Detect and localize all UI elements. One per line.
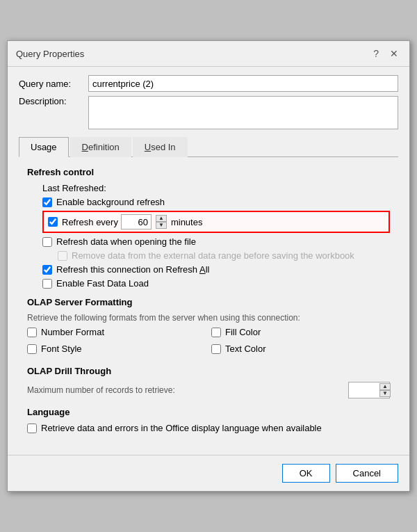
remove-data-row: Remove data from the external data range… xyxy=(58,250,390,261)
description-input[interactable] xyxy=(88,96,398,129)
font-style-checkbox[interactable] xyxy=(27,344,37,354)
enable-bg-refresh-checkbox[interactable] xyxy=(42,198,52,207)
cancel-button[interactable]: Cancel xyxy=(336,464,398,483)
ok-button[interactable]: OK xyxy=(282,464,330,483)
olap-drill-section: OLAP Drill Through Maximum number of rec… xyxy=(27,366,390,398)
help-button[interactable]: ? xyxy=(370,47,382,61)
olap-formatting-grid: Number Format Fill Color Font Style Text… xyxy=(27,327,390,357)
fill-color-label: Fill Color xyxy=(225,327,261,337)
refresh-on-open-label: Refresh data when opening the file xyxy=(56,236,196,247)
query-name-row: Query name: xyxy=(19,75,398,92)
tab-used-in[interactable]: Used In xyxy=(133,137,188,157)
dialog-content: Query name: Description: Usage Definitio… xyxy=(8,67,409,455)
number-format-row: Number Format xyxy=(27,327,206,337)
retrieve-language-label: Retrieve data and errors in the Office d… xyxy=(41,423,322,433)
olap-formatting-section: OLAP Server Formatting Retrieve the foll… xyxy=(27,297,390,357)
dialog-footer: OK Cancel xyxy=(8,455,409,491)
description-label: Description: xyxy=(19,96,88,106)
spinner-down-button[interactable]: ▼ xyxy=(156,222,167,229)
refresh-control-title: Refresh control xyxy=(27,167,390,177)
query-name-input[interactable] xyxy=(88,75,398,92)
refresh-every-checkbox[interactable] xyxy=(48,217,58,227)
spinner-up-button[interactable]: ▲ xyxy=(156,215,167,222)
font-style-label: Font Style xyxy=(41,344,82,354)
last-refreshed-row: Last Refreshed: xyxy=(42,183,390,193)
olap-drill-title: OLAP Drill Through xyxy=(27,366,390,376)
enable-bg-refresh-label: Enable background refresh xyxy=(56,197,165,207)
retrieve-language-checkbox[interactable] xyxy=(27,424,37,433)
max-records-input[interactable] xyxy=(349,382,378,398)
refresh-on-open-checkbox[interactable] xyxy=(42,237,52,247)
language-title: Language xyxy=(27,407,390,417)
retrieve-language-row: Retrieve data and errors in the Office d… xyxy=(27,423,390,433)
query-name-label: Query name: xyxy=(19,79,88,89)
title-bar-controls: ? ✕ xyxy=(370,47,401,61)
remove-data-label: Remove data from the external data range… xyxy=(72,250,354,261)
enable-fast-checkbox[interactable] xyxy=(42,279,52,289)
remove-data-checkbox[interactable] xyxy=(58,251,67,261)
tab-usage[interactable]: Usage xyxy=(19,137,69,157)
number-format-label: Number Format xyxy=(41,327,104,337)
dialog-title: Query Properties xyxy=(16,49,84,59)
refresh-every-row: Refresh every ▲ ▼ minutes xyxy=(42,211,390,233)
refresh-every-label: Refresh every xyxy=(62,217,118,227)
refresh-every-spinner: ▲ ▼ xyxy=(156,215,167,229)
text-color-checkbox[interactable] xyxy=(211,344,221,354)
last-refreshed-label: Last Refreshed: xyxy=(42,183,106,193)
text-color-row: Text Color xyxy=(211,344,390,354)
max-records-input-wrap: ▲ ▼ xyxy=(348,382,390,398)
refresh-on-all-row: Refresh this connection on Refresh All xyxy=(42,264,390,275)
tab-definition[interactable]: Definition xyxy=(70,137,131,157)
language-section: Language Retrieve data and errors in the… xyxy=(27,407,390,433)
refresh-every-unit: minutes xyxy=(171,217,203,227)
fill-color-row: Fill Color xyxy=(211,327,390,337)
close-button[interactable]: ✕ xyxy=(387,47,401,61)
olap-formatting-sublabel: Retrieve the following formats from the … xyxy=(27,313,390,323)
enable-fast-label: Enable Fast Data Load xyxy=(56,278,149,289)
tab-content-usage: Refresh control Last Refreshed: Enable b… xyxy=(19,157,398,446)
max-records-spinner: ▲ ▼ xyxy=(379,383,391,397)
query-properties-dialog: Query Properties ? ✕ Query name: Descrip… xyxy=(7,40,410,492)
max-records-row: Maximum number of records to retrieve: ▲… xyxy=(27,382,390,398)
max-records-spinner-down[interactable]: ▼ xyxy=(379,390,391,397)
font-style-row: Font Style xyxy=(27,344,206,354)
fill-color-checkbox[interactable] xyxy=(211,328,221,337)
number-format-checkbox[interactable] xyxy=(27,328,37,337)
enable-bg-refresh-row: Enable background refresh xyxy=(42,197,390,207)
max-records-label: Maximum number of records to retrieve: xyxy=(27,385,348,395)
olap-formatting-title: OLAP Server Formatting xyxy=(27,297,390,307)
max-records-spinner-up[interactable]: ▲ xyxy=(379,383,391,390)
title-bar: Query Properties ? ✕ xyxy=(8,41,409,67)
refresh-on-all-checkbox[interactable] xyxy=(42,265,52,275)
refresh-on-all-label: Refresh this connection on Refresh All xyxy=(56,264,209,275)
enable-fast-row: Enable Fast Data Load xyxy=(42,278,390,289)
description-row: Description: xyxy=(19,96,398,129)
refresh-every-input[interactable] xyxy=(121,214,152,229)
tab-bar: Usage Definition Used In xyxy=(19,136,398,157)
text-color-label: Text Color xyxy=(225,344,266,354)
refresh-on-open-row: Refresh data when opening the file xyxy=(42,236,390,247)
